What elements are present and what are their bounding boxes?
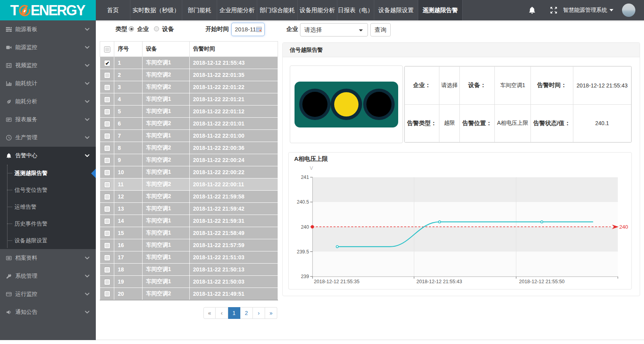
svg-text:2018-12-12 21:55:35: 2018-12-12 21:55:35 — [314, 279, 359, 284]
svg-text:240: 240 — [301, 224, 309, 229]
svg-text:240.5: 240.5 — [297, 199, 309, 205]
svg-text:ENERGY: ENERGY — [31, 2, 86, 18]
svg-text:T: T — [10, 2, 19, 18]
svg-text:239: 239 — [301, 274, 309, 279]
svg-text:2018-12-12 21:55:43: 2018-12-12 21:55:43 — [417, 279, 462, 284]
svg-text:V: V — [310, 166, 313, 171]
svg-text:239.5: 239.5 — [297, 249, 309, 254]
svg-text:240: 240 — [619, 224, 628, 230]
svg-text:241: 241 — [301, 175, 309, 180]
svg-text:2018-12-12 21:55:50: 2018-12-12 21:55:50 — [519, 279, 565, 284]
